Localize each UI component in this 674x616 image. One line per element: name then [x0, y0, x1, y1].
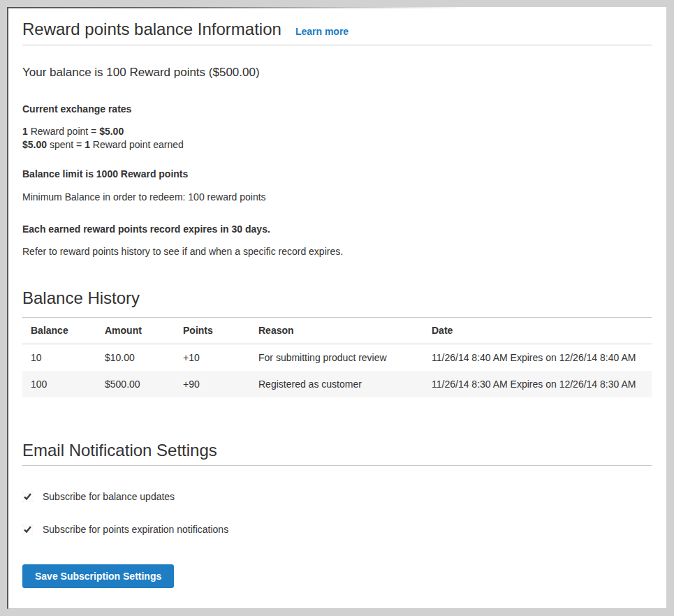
cell-points: +90	[175, 371, 250, 397]
balance-limit-text: Balance limit is 1000 Reward points	[22, 167, 652, 181]
column-header-amount: Amount	[96, 318, 175, 344]
page-header: Reward points balance Information Learn …	[22, 18, 652, 45]
rate2-suffix: Reward point earned	[90, 139, 184, 150]
rate1-middle: Reward point =	[28, 126, 99, 137]
cell-balance: 10	[22, 344, 96, 372]
rate2-middle: spent =	[47, 139, 85, 150]
exchange-rates: 1 Reward point = $5.00$5.00 spent = 1 Re…	[22, 125, 652, 152]
rate1-points: 1	[22, 126, 28, 137]
cell-amount: $500.00	[96, 371, 175, 397]
points-expiration-label: Subscribe for points expiration notifica…	[43, 522, 228, 538]
cell-points: +10	[175, 344, 250, 372]
email-settings-title: Email Notification Settings	[22, 440, 652, 461]
points-expiration-checkbox[interactable]	[22, 525, 33, 535]
reward-points-panel: Reward points balance Information Learn …	[7, 7, 666, 609]
column-header-balance: Balance	[22, 318, 96, 344]
page-background: Reward points balance Information Learn …	[0, 0, 674, 616]
points-expiration-option: Subscribe for points expiration notifica…	[22, 522, 652, 538]
table-row: 100 $500.00 +90 Registered as customer 1…	[22, 371, 652, 397]
column-header-reason: Reason	[250, 318, 423, 344]
cell-reason: For submitting product review	[250, 344, 423, 372]
exchange-rates-heading: Current exchange rates	[22, 103, 652, 116]
minimum-balance-text: Minimum Balance in order to redeem: 100 …	[22, 190, 652, 204]
balance-history-title: Balance History	[22, 288, 652, 309]
column-header-date: Date	[423, 318, 652, 344]
table-row: 10 $10.00 +10 For submitting product rev…	[22, 344, 652, 372]
cell-date: 11/26/14 8:30 AM Expires on 12/26/14 8:3…	[423, 371, 652, 397]
balance-history-table: Balance Amount Points Reason Date 10 $10…	[22, 318, 652, 397]
table-header-row: Balance Amount Points Reason Date	[22, 318, 652, 344]
expiration-text: Each earned reward points record expires…	[22, 222, 652, 236]
rate2-value: $5.00	[22, 139, 47, 150]
balance-updates-option: Subscribe for balance updates	[22, 489, 652, 505]
column-header-points: Points	[175, 318, 250, 344]
learn-more-link[interactable]: Learn more	[295, 26, 349, 37]
page-title: Reward points balance Information	[22, 18, 281, 40]
cell-balance: 100	[22, 371, 96, 397]
balance-updates-label: Subscribe for balance updates	[43, 489, 175, 505]
balance-history-header: Balance History	[22, 288, 652, 318]
save-subscription-button[interactable]: Save Subscription Settings	[22, 564, 174, 588]
balance-summary: Your balance is 100 Reward points ($500.…	[22, 64, 652, 81]
expiration-note-text: Refer to reward points history to see if…	[22, 244, 652, 258]
cell-date: 11/26/14 8:40 AM Expires on 12/26/14 8:4…	[423, 344, 652, 372]
email-settings-header: Email Notification Settings	[22, 440, 652, 466]
rate2-points: 1	[85, 139, 90, 150]
rate1-value: $5.00	[99, 126, 124, 137]
cell-amount: $10.00	[96, 344, 175, 372]
balance-updates-checkbox[interactable]	[22, 492, 33, 502]
cell-reason: Registered as customer	[250, 371, 423, 397]
